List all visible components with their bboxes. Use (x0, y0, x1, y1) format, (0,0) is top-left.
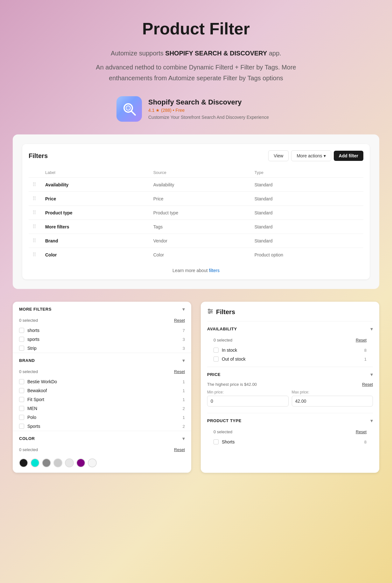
right-section-header-price[interactable]: PRICE ▾ (207, 367, 373, 382)
color-swatch-gray[interactable] (42, 458, 51, 467)
right-widget-title: Filters (207, 308, 373, 316)
view-button[interactable]: View (268, 150, 289, 161)
color-swatch-white[interactable] (88, 458, 97, 467)
subtitle-2: An advanced nethod to combine Dynamic Fi… (85, 62, 307, 83)
right-checkbox-item[interactable]: Shorts 8 (207, 437, 373, 446)
color-swatch-black[interactable] (19, 458, 28, 467)
filters-link[interactable]: filters (209, 268, 219, 273)
right-item-label: Shorts (222, 439, 234, 444)
item-label: Sports (27, 424, 40, 429)
checkbox[interactable] (19, 397, 24, 402)
table-row[interactable]: ⠿ Availability Availability Standard (29, 178, 363, 192)
row-type: Standard (251, 234, 363, 248)
item-label: Bestie WorkDo (27, 379, 57, 384)
checkbox[interactable] (19, 328, 24, 333)
price-inputs: Min price: Max price: (207, 390, 373, 407)
checkbox[interactable] (19, 415, 24, 420)
item-count: 2 (183, 406, 185, 411)
item-count: 1 (183, 379, 185, 384)
item-count: 2 (183, 424, 185, 429)
table-row[interactable]: ⠿ More filters Tags Standard (29, 220, 363, 234)
checkbox-item[interactable]: Bewakoof 1 (13, 386, 191, 395)
row-source: Vendor (150, 234, 251, 248)
checkbox-item[interactable]: Bestie WorkDo 1 (13, 377, 191, 386)
reset-link-color[interactable]: Reset (174, 447, 185, 452)
right-checkbox-item[interactable]: In stock 8 (207, 346, 373, 355)
color-swatch-teal[interactable] (31, 458, 39, 467)
row-source: Availability (150, 178, 251, 192)
right-checkbox-item[interactable]: Out of stock 1 (207, 355, 373, 363)
checkbox[interactable] (19, 346, 24, 351)
checkbox[interactable] (19, 388, 24, 393)
max-price-input[interactable] (292, 396, 373, 407)
add-filter-button[interactable]: Add filter (334, 151, 363, 161)
section-header-brand[interactable]: BRAND ▾ (13, 353, 191, 368)
checkbox[interactable] (214, 348, 219, 353)
color-swatches (13, 455, 191, 472)
min-price-input[interactable] (207, 396, 289, 407)
checkbox[interactable] (19, 379, 24, 384)
row-type: Product option (251, 248, 363, 262)
right-reset-link-availability[interactable]: Reset (356, 338, 367, 342)
item-label: shorts (27, 328, 39, 333)
svg-line-1 (131, 111, 135, 115)
checkbox-item[interactable]: sports 3 (13, 335, 191, 344)
right-section-header-product_type[interactable]: PRODUCT TYPE ▾ (207, 413, 373, 428)
right-section-title-availability: AVAILABILITY (207, 327, 237, 331)
table-row[interactable]: ⠿ Color Color Product option (29, 248, 363, 262)
table-row[interactable]: ⠿ Product type Product type Standard (29, 206, 363, 220)
right-widget: Filters AVAILABILITY ▾ 0 selected Reset … (201, 302, 379, 473)
reset-link-brand[interactable]: Reset (174, 369, 185, 374)
svg-point-6 (208, 309, 210, 310)
right-section-meta-availability: 0 selected Reset (207, 336, 373, 346)
color-swatch-white-gray[interactable] (65, 458, 74, 467)
checkbox-item[interactable]: shorts 7 (13, 326, 191, 335)
max-price-group: Max price: (292, 390, 373, 407)
checkbox[interactable] (214, 356, 219, 362)
item-label: Polo (27, 415, 36, 420)
checkbox-item[interactable]: Polo 1 (13, 413, 191, 422)
checkbox-item[interactable]: Sports 2 (13, 422, 191, 431)
checkbox-item[interactable]: Strip 3 (13, 344, 191, 353)
checkbox[interactable] (19, 337, 24, 342)
subtitle-text-1: Automize supports (111, 50, 164, 57)
row-source: Color (150, 248, 251, 262)
more-actions-button[interactable]: More actions ▾ (291, 150, 331, 161)
section-title-color: COLOR (19, 436, 35, 441)
selected-count-color: 0 selected (19, 447, 38, 452)
checkbox-item[interactable]: Fit Sport 1 (13, 395, 191, 404)
right-section-header-availability[interactable]: AVAILABILITY ▾ (207, 321, 373, 336)
color-swatch-light-gray[interactable] (53, 458, 62, 467)
min-price-label: Min price: (207, 390, 289, 394)
selected-count-more_filters: 0 selected (19, 318, 38, 323)
right-section-title-price: PRICE (207, 372, 220, 377)
color-swatch-purple[interactable] (76, 458, 85, 467)
search-icon (122, 101, 137, 117)
selected-count-brand: 0 selected (19, 369, 38, 374)
checkbox-item[interactable]: MEN 2 (13, 404, 191, 413)
right-section-product_type: PRODUCT TYPE ▾ 0 selected Reset Shorts 8 (207, 413, 373, 450)
right-section-meta-product_type: 0 selected Reset (207, 428, 373, 437)
item-count: 3 (183, 346, 185, 351)
drag-handle-icon: ⠿ (32, 182, 36, 187)
table-row[interactable]: ⠿ Brand Vendor Standard (29, 234, 363, 248)
item-label: Bewakoof (27, 388, 47, 393)
row-label: Color (41, 248, 150, 262)
price-reset-link[interactable]: Reset (362, 382, 373, 387)
checkbox[interactable] (214, 439, 219, 444)
checkbox[interactable] (19, 424, 24, 429)
widget-section-color: COLOR ▾ 0 selected Reset (13, 431, 191, 473)
checkbox[interactable] (19, 406, 24, 411)
section-header-more_filters[interactable]: MORE FILTERS ▾ (13, 302, 191, 317)
widget-section-brand: BRAND ▾ 0 selected Reset Bestie WorkDo 1 (13, 353, 191, 431)
table-row[interactable]: ⠿ Price Price Standard (29, 192, 363, 206)
right-reset-link-product_type[interactable]: Reset (356, 429, 367, 434)
learn-more: Learn more about filters (29, 268, 363, 273)
section-header-color[interactable]: COLOR ▾ (13, 431, 191, 446)
item-label: sports (27, 337, 39, 342)
drag-handle-icon: ⠿ (32, 252, 36, 257)
left-widget: MORE FILTERS ▾ 0 selected Reset shorts 7 (13, 302, 191, 473)
item-label: MEN (27, 406, 37, 411)
chevron-down-icon: ▾ (370, 371, 373, 378)
reset-link-more_filters[interactable]: Reset (174, 318, 185, 323)
